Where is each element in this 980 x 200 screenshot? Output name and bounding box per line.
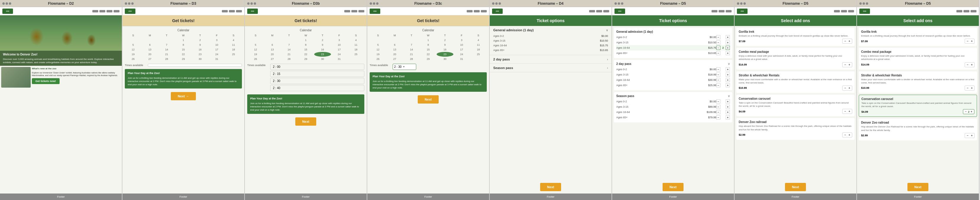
cal-cell[interactable]: 18 (347, 47, 364, 52)
cal-cell[interactable]: 17 (453, 47, 470, 52)
cal-cell[interactable]: 4 (347, 38, 364, 43)
cal-cell[interactable]: 27 (142, 57, 158, 61)
cal-cell[interactable]: 26 (370, 57, 387, 61)
cal-cell[interactable]: 31 (453, 57, 470, 61)
cal-cell[interactable]: 3 (208, 38, 225, 43)
cal-cell[interactable]: 17 (208, 47, 225, 52)
qty-minus-2d-65plus[interactable]: − (716, 83, 721, 87)
nav-d5c-3[interactable] (970, 10, 977, 13)
cal-cell[interactable]: 11 (470, 43, 487, 47)
cal-cell[interactable]: 6 (264, 43, 281, 47)
cal-cell[interactable]: 22 (420, 52, 437, 57)
cal-cell[interactable]: 15 (175, 47, 192, 52)
cal-cell[interactable]: 13 (387, 47, 403, 52)
nav-d3c-2[interactable] (474, 10, 480, 13)
cal-cell[interactable] (387, 38, 403, 43)
qty-minus-2d-0-2[interactable]: − (716, 67, 721, 71)
cal-cell[interactable]: 13 (264, 47, 281, 52)
qty-plus-0-2[interactable]: + (726, 35, 730, 39)
next-button-d4[interactable]: Next (540, 183, 562, 191)
qty-minus-3-15[interactable]: − (716, 40, 721, 44)
gorilla-trek-plus-c[interactable]: + (971, 40, 973, 43)
cal-cell[interactable] (370, 38, 387, 43)
nav-d3-2[interactable] (229, 10, 235, 13)
carousel-minus[interactable]: − (844, 110, 846, 113)
combo-meal-plus-c[interactable]: + (971, 63, 973, 67)
nav-d5a-1[interactable] (711, 10, 718, 13)
cal-cell[interactable]: 30 (192, 57, 208, 61)
next-button-d5c[interactable]: Next (907, 183, 929, 191)
cal-cell[interactable]: 3 (331, 38, 348, 43)
season-pass-expand[interactable]: › (607, 67, 608, 70)
carousel-plus[interactable]: + (848, 110, 850, 113)
cal-cell-selected[interactable]: 23 (437, 52, 453, 57)
cal-cell[interactable]: 22 (298, 52, 314, 57)
cal-cell[interactable]: 25 (225, 52, 242, 57)
nav-d4-3[interactable] (603, 10, 609, 13)
time-option-215[interactable]: 2 : 15 (270, 71, 364, 77)
cal-cell[interactable]: 12 (370, 47, 387, 52)
two-day-expand-d5a[interactable]: ∨ (728, 62, 730, 65)
cal-cell[interactable]: 11 (347, 43, 364, 47)
cal-cell[interactable]: 29 (298, 57, 314, 61)
nav-item-4[interactable] (114, 10, 119, 13)
cal-cell[interactable]: 9 (437, 43, 453, 47)
cal-cell[interactable]: 9 (314, 43, 331, 47)
stroller-plus-c[interactable]: + (971, 86, 973, 90)
qty-minus-2d-3-15[interactable]: − (716, 73, 721, 77)
cal-cell[interactable]: 9 (192, 43, 208, 47)
stroller-minus-c[interactable]: − (967, 86, 969, 90)
qty-minus-sp-0-2[interactable]: − (716, 99, 721, 103)
cal-cell[interactable]: 13 (142, 47, 158, 52)
cal-cell[interactable]: 15 (298, 47, 314, 52)
nav-d3c-1[interactable] (467, 10, 473, 13)
cal-cell[interactable]: 25 (470, 52, 487, 57)
cal-cell[interactable] (225, 57, 242, 61)
cal-cell-selected[interactable]: 23 (314, 52, 331, 57)
cal-cell[interactable]: 1 (175, 38, 192, 43)
cal-cell[interactable]: 24 (453, 52, 470, 57)
cal-cell[interactable] (142, 38, 158, 43)
railroad-minus-c[interactable]: − (967, 134, 969, 137)
qty-minus-sp-3-15[interactable]: − (716, 105, 721, 109)
cal-cell[interactable]: 12 (125, 47, 142, 52)
gorilla-trek-minus[interactable]: − (844, 40, 846, 43)
cal-cell[interactable] (125, 38, 142, 43)
qty-plus-16-64[interactable]: + (726, 46, 730, 50)
cal-cell[interactable]: 11 (225, 43, 242, 47)
nav-d3b-1[interactable] (344, 10, 350, 13)
cal-cell[interactable]: 21 (403, 52, 420, 57)
nav-d4-2[interactable] (596, 10, 602, 13)
cal-cell[interactable]: 7 (403, 43, 420, 47)
cal-cell[interactable] (158, 38, 175, 43)
cal-cell[interactable]: 21 (158, 52, 175, 57)
nav-d5a-3[interactable] (726, 10, 732, 13)
cal-cell[interactable]: 10 (331, 43, 348, 47)
cal-cell[interactable]: 16 (192, 47, 208, 52)
cal-cell[interactable]: 14 (403, 47, 420, 52)
nav-d3-1[interactable] (222, 10, 228, 13)
railroad-plus[interactable]: + (848, 133, 850, 137)
cal-cell[interactable]: 1 (420, 38, 437, 43)
next-button-d3[interactable]: Next → (171, 92, 196, 100)
cal-cell[interactable]: 2 (192, 38, 208, 43)
carousel-minus-c[interactable]: − (965, 110, 967, 113)
cal-cell[interactable]: 30 (437, 57, 453, 61)
season-pass-expand-d5a[interactable]: ∨ (728, 94, 730, 98)
time-option-240[interactable]: 2 : 40 (270, 85, 364, 91)
cal-cell[interactable]: 31 (331, 57, 348, 61)
cal-cell[interactable]: 15 (420, 47, 437, 52)
cal-cell[interactable]: 3 (453, 38, 470, 43)
next-button-d3c[interactable]: Next (418, 95, 439, 103)
gorilla-trek-minus-c[interactable]: − (967, 40, 969, 43)
cal-cell[interactable]: 18 (225, 47, 242, 52)
cal-cell[interactable]: 26 (125, 57, 142, 61)
qty-plus-2d-16-64[interactable]: + (726, 78, 730, 82)
combo-meal-minus[interactable]: − (844, 63, 846, 67)
cal-cell[interactable]: 16 (437, 47, 453, 52)
combo-meal-plus[interactable]: + (848, 63, 850, 67)
two-day-expand[interactable]: › (607, 58, 608, 61)
qty-minus-sp-65plus[interactable]: − (716, 115, 721, 119)
qty-plus-sp-65plus[interactable]: + (726, 115, 730, 119)
nav-item-2[interactable] (99, 10, 105, 13)
